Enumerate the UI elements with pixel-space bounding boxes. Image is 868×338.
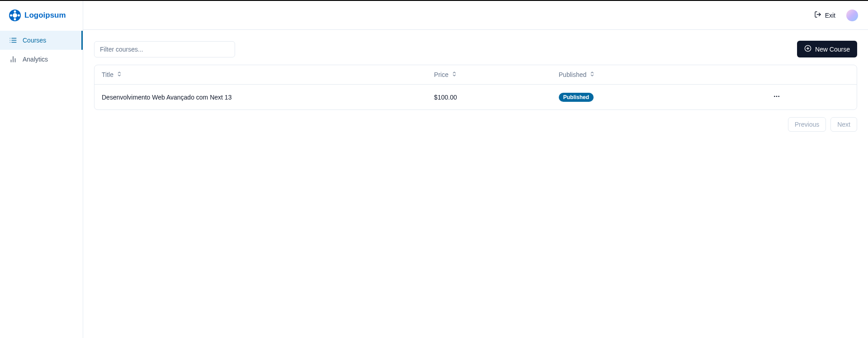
courses-table: Title Price (94, 65, 857, 110)
sidebar-nav: Courses Analytics (0, 30, 83, 69)
svg-point-13 (777, 96, 777, 96)
more-horizontal-icon (773, 93, 780, 101)
logo-link[interactable]: Logoipsum (9, 10, 66, 21)
svg-point-15 (774, 96, 775, 96)
row-actions-button[interactable] (769, 91, 784, 103)
toolbar: New Course (94, 41, 857, 57)
sidebar-item-courses[interactable]: Courses (0, 31, 83, 50)
svg-point-14 (778, 96, 779, 96)
sidebar: Logoipsum Courses (0, 1, 83, 338)
logo-icon (9, 10, 21, 21)
sidebar-item-label: Analytics (23, 56, 48, 63)
filter-input[interactable] (94, 41, 235, 57)
exit-button[interactable]: Exit (811, 8, 839, 22)
column-price-label: Price (434, 71, 448, 78)
new-course-label: New Course (815, 46, 850, 53)
table-header: Title Price (94, 65, 857, 85)
new-course-button[interactable]: New Course (797, 41, 857, 57)
column-header-title[interactable]: Title (102, 71, 434, 79)
sort-icon (589, 71, 596, 79)
table-row: Desenvolvimento Web Avançado com Next 13… (94, 85, 857, 109)
plus-circle-icon (804, 45, 811, 53)
logo-area: Logoipsum (0, 1, 83, 30)
app-shell: Logoipsum Courses (0, 1, 868, 338)
column-published-label: Published (559, 71, 587, 78)
sidebar-item-label: Courses (23, 37, 46, 44)
column-header-published[interactable]: Published (559, 71, 704, 79)
avatar[interactable] (846, 10, 858, 21)
sort-icon (116, 71, 123, 79)
bar-chart-icon (9, 55, 17, 63)
sidebar-item-analytics[interactable]: Analytics (0, 50, 83, 69)
column-title-label: Title (102, 71, 113, 78)
cell-title: Desenvolvimento Web Avançado com Next 13 (102, 94, 434, 101)
column-header-actions (704, 71, 849, 79)
sort-icon (451, 71, 458, 79)
logo-text: Logoipsum (24, 11, 66, 20)
cell-actions (704, 91, 849, 103)
cell-published: Published (559, 93, 704, 102)
cell-price: $100.00 (434, 94, 559, 101)
list-icon (9, 36, 17, 44)
column-header-price[interactable]: Price (434, 71, 559, 79)
next-button[interactable]: Next (830, 117, 857, 132)
logout-icon (814, 11, 821, 19)
exit-label: Exit (825, 12, 835, 19)
main-area: Exit New Course (83, 1, 868, 338)
previous-button[interactable]: Previous (788, 117, 826, 132)
header: Exit (83, 1, 868, 30)
pagination: Previous Next (94, 117, 857, 132)
status-badge: Published (559, 93, 594, 102)
content: New Course Title Pri (83, 30, 868, 143)
